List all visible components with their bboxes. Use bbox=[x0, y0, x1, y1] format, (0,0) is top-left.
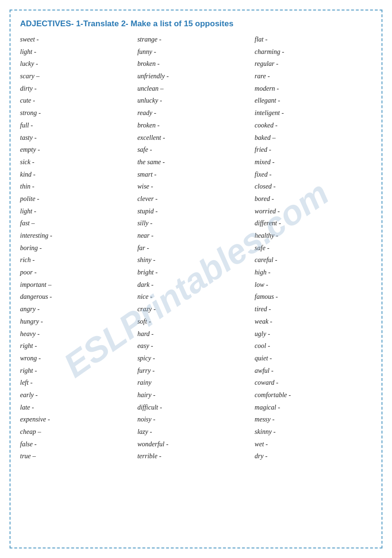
word-item: far - bbox=[138, 242, 255, 254]
word-item: difficult - bbox=[138, 401, 255, 414]
word-item: ugly - bbox=[254, 328, 372, 340]
word-item: kind - bbox=[20, 168, 138, 181]
word-item: expensive - bbox=[20, 413, 138, 426]
word-item: heavy - bbox=[20, 328, 138, 340]
word-item: rainy bbox=[138, 377, 255, 389]
word-item: right - bbox=[20, 365, 138, 377]
word-item: thin - bbox=[20, 180, 138, 193]
word-item: excellent - bbox=[138, 132, 255, 144]
word-item: terrible - bbox=[138, 450, 255, 463]
word-item: polite - bbox=[20, 193, 138, 205]
word-item: sweet - bbox=[20, 33, 138, 46]
word-item: spicy - bbox=[138, 352, 255, 365]
word-item: coward - bbox=[254, 377, 372, 389]
word-item: tired - bbox=[254, 303, 372, 316]
word-item: skinny - bbox=[254, 426, 372, 438]
word-item: flat - bbox=[254, 33, 372, 46]
instructions-label: 1-Translate 2- Make a list of 15 opposit… bbox=[76, 19, 233, 28]
word-item: unlucky - bbox=[138, 95, 255, 107]
word-item: rare - bbox=[254, 70, 372, 83]
header: ADJECTIVES- 1-Translate 2- Make a list o… bbox=[20, 19, 372, 29]
word-item: right - bbox=[20, 340, 138, 352]
word-item: safe - bbox=[254, 242, 372, 254]
word-item: clever - bbox=[138, 193, 255, 205]
word-item: ellegant - bbox=[254, 95, 372, 107]
adjectives-label: ADJECTIVES- bbox=[20, 19, 74, 28]
word-item: cute - bbox=[20, 95, 138, 107]
word-item: broken - bbox=[138, 119, 255, 132]
word-item: full - bbox=[20, 119, 138, 132]
word-item: closed - bbox=[254, 180, 372, 193]
word-item: strong - bbox=[20, 107, 138, 119]
word-item: comfortable - bbox=[254, 389, 372, 401]
word-item: mixed - bbox=[254, 156, 372, 168]
word-item: false - bbox=[20, 438, 138, 451]
word-item: dangerous - bbox=[20, 291, 138, 303]
word-item: different - bbox=[254, 217, 372, 230]
word-item: healthy - bbox=[254, 230, 372, 242]
word-item: charming - bbox=[254, 46, 372, 58]
word-item: wonderful - bbox=[138, 438, 255, 451]
word-item: lucky - bbox=[20, 58, 138, 70]
word-item: regular - bbox=[254, 58, 372, 70]
word-item: tasty - bbox=[20, 132, 138, 144]
word-item: important – bbox=[20, 279, 138, 291]
word-item: hairy - bbox=[138, 389, 255, 401]
word-item: light - bbox=[20, 46, 138, 58]
word-item: messy - bbox=[254, 413, 372, 426]
header-title: ADJECTIVES- 1-Translate 2- Make a list o… bbox=[20, 19, 233, 28]
word-item: awful - bbox=[254, 365, 372, 377]
word-item: unclean – bbox=[138, 83, 255, 95]
word-item: quiet - bbox=[254, 352, 372, 365]
word-item: interesting - bbox=[20, 230, 138, 242]
word-item: magical - bbox=[254, 401, 372, 414]
word-item: broken - bbox=[138, 58, 255, 70]
word-item: cooked - bbox=[254, 119, 372, 132]
word-item: noisy - bbox=[138, 413, 255, 426]
word-item: empty - bbox=[20, 144, 138, 156]
word-item: low - bbox=[254, 279, 372, 291]
word-item: dark - bbox=[138, 279, 255, 291]
word-item: unfriendly - bbox=[138, 70, 255, 83]
word-item: high - bbox=[254, 266, 372, 279]
word-item: shiny - bbox=[138, 254, 255, 266]
word-item: easy - bbox=[138, 340, 255, 352]
word-item: strange - bbox=[138, 33, 255, 46]
word-item: angry - bbox=[20, 303, 138, 316]
word-item: cheap – bbox=[20, 426, 138, 438]
word-item: weak - bbox=[254, 316, 372, 328]
word-item: baked – bbox=[254, 132, 372, 144]
word-item: soft - bbox=[138, 316, 255, 328]
word-item: cool - bbox=[254, 340, 372, 352]
word-item: inteligent - bbox=[254, 107, 372, 119]
word-grid: sweet -strange -flat -light -funny -char… bbox=[20, 33, 372, 463]
word-item: careful - bbox=[254, 254, 372, 266]
word-item: modern - bbox=[254, 83, 372, 95]
word-item: bright - bbox=[138, 266, 255, 279]
word-item: scary – bbox=[20, 70, 138, 83]
word-item: boring - bbox=[20, 242, 138, 254]
word-item: hard - bbox=[138, 328, 255, 340]
word-item: near - bbox=[138, 230, 255, 242]
word-item: the same - bbox=[138, 156, 255, 168]
word-item: dirty - bbox=[20, 83, 138, 95]
word-item: lazy - bbox=[138, 426, 255, 438]
word-item: nice - bbox=[138, 291, 255, 303]
word-item: light - bbox=[20, 205, 138, 218]
word-item: bored - bbox=[254, 193, 372, 205]
word-item: stupid - bbox=[138, 205, 255, 218]
word-item: safe - bbox=[138, 144, 255, 156]
word-item: hungry - bbox=[20, 316, 138, 328]
word-item: fixed - bbox=[254, 168, 372, 181]
word-item: funny - bbox=[138, 46, 255, 58]
word-item: famous - bbox=[254, 291, 372, 303]
word-item: left - bbox=[20, 377, 138, 389]
word-item: furry - bbox=[138, 365, 255, 377]
word-item: ready - bbox=[138, 107, 255, 119]
word-item: poor - bbox=[20, 266, 138, 279]
word-item: rich - bbox=[20, 254, 138, 266]
page: ESLPrintables.com ADJECTIVES- 1-Translat… bbox=[10, 10, 382, 548]
word-item: wrong - bbox=[20, 352, 138, 365]
word-item: crazy - bbox=[138, 303, 255, 316]
word-item: late - bbox=[20, 401, 138, 414]
